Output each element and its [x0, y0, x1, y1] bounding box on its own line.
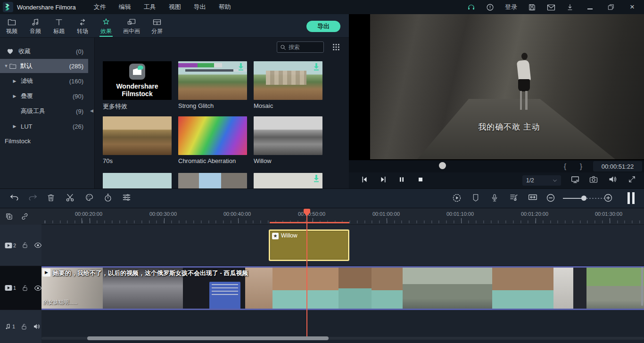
- card-effect-partial[interactable]: [178, 173, 247, 188]
- monitor-display-icon[interactable]: [570, 175, 580, 184]
- menu-edit[interactable]: 编辑: [119, 3, 131, 11]
- chevron-down-icon: [553, 179, 557, 182]
- eye-icon[interactable]: [34, 242, 42, 248]
- ruler-label: 00:01:00:00: [363, 211, 409, 217]
- tab-audio[interactable]: 音频: [24, 14, 47, 38]
- sidebar-item-default[interactable]: ▼ 默认 (285): [0, 59, 88, 73]
- card-effect-willow[interactable]: Willow: [254, 116, 322, 164]
- tab-video[interactable]: 视频: [0, 14, 24, 38]
- eye-icon[interactable]: [34, 285, 42, 291]
- card-effect-chromatic-aberration[interactable]: Chromatic Aberration: [178, 116, 247, 164]
- menu-file[interactable]: 文件: [94, 3, 106, 11]
- app-title: Wondershare Filmora: [17, 4, 76, 11]
- download-icon[interactable]: [566, 3, 574, 11]
- mail-icon[interactable]: [547, 4, 555, 11]
- render-preview-icon[interactable]: [452, 193, 462, 203]
- download-badge-icon: [313, 175, 320, 183]
- mark-out-icon[interactable]: }: [580, 162, 582, 170]
- video-clip[interactable]: ▶ 她要的，我给不了，以后的视频，这个俄罗斯女孩不会出现了 - 西瓜视频 的女孩…: [41, 266, 644, 310]
- trash-icon[interactable]: [47, 193, 55, 202]
- minimize-button[interactable]: [585, 4, 595, 11]
- card-effect-strong-glitch[interactable]: Strong Glitch: [178, 61, 247, 109]
- search-input[interactable]: [289, 44, 317, 50]
- horizontal-scrollbar-thumb[interactable]: [87, 336, 329, 340]
- menu-tools[interactable]: 工具: [144, 3, 156, 11]
- microphone-icon[interactable]: [491, 193, 498, 203]
- scissors-icon[interactable]: [66, 193, 74, 202]
- next-frame-button[interactable]: [379, 175, 388, 184]
- effect-clip-willow[interactable]: ★ Willow: [269, 229, 349, 261]
- tab-titles[interactable]: 标题: [47, 14, 71, 38]
- progress-handle[interactable]: [439, 162, 446, 169]
- stop-button[interactable]: [417, 175, 424, 184]
- panel-collapse-handle[interactable]: ◀: [90, 108, 93, 113]
- menu-export[interactable]: 导出: [194, 3, 206, 11]
- maximize-button[interactable]: [606, 4, 616, 10]
- tab-transitions[interactable]: 转场: [71, 14, 94, 38]
- snapshot-camera-icon[interactable]: [589, 175, 598, 183]
- sidebar-item-overlays[interactable]: ▶ 叠覆 (90): [0, 89, 88, 103]
- headset-support-icon[interactable]: [467, 3, 475, 11]
- sidebar-item-lut[interactable]: ▶ LUT (26): [0, 119, 88, 133]
- adjust-sliders-icon[interactable]: [122, 193, 131, 202]
- video-clip-caption: 的女孩聪明......: [43, 299, 77, 306]
- speaker-volume-icon[interactable]: [608, 175, 617, 183]
- search-box[interactable]: [277, 41, 324, 53]
- tab-pip[interactable]: 画中画: [118, 14, 145, 38]
- redo-icon[interactable]: [28, 193, 38, 202]
- card-effect-70s[interactable]: 70s: [103, 116, 172, 164]
- close-button[interactable]: ×: [627, 2, 637, 12]
- chevron-down-icon: ▼: [3, 64, 9, 68]
- speaker-icon[interactable]: [33, 323, 41, 330]
- timecode-display: 00:00:51:22: [593, 161, 642, 172]
- save-icon[interactable]: [528, 3, 536, 11]
- view-grid-icon[interactable]: [332, 43, 340, 51]
- previous-frame-button[interactable]: [360, 175, 369, 184]
- fullscreen-icon[interactable]: [628, 175, 636, 183]
- card-effect-partial[interactable]: [103, 173, 172, 188]
- tab-split-screen[interactable]: 分屏: [145, 14, 169, 38]
- undo-icon[interactable]: [9, 193, 19, 202]
- panel-resize-handle[interactable]: [627, 192, 635, 204]
- marked-clip-range: [270, 222, 349, 223]
- zoom-slider-handle[interactable]: [581, 196, 586, 201]
- mark-in-icon[interactable]: {: [564, 162, 566, 170]
- login-button[interactable]: 登录: [505, 3, 517, 11]
- filmstock-link[interactable]: Filmstock: [5, 138, 31, 145]
- duplicate-icon[interactable]: [5, 212, 13, 220]
- zoom-in-icon[interactable]: [603, 193, 613, 203]
- sidebar-item-favorites[interactable]: 收藏 (0): [0, 44, 88, 58]
- card-effect-mosaic[interactable]: Mosaic: [254, 61, 322, 109]
- export-button[interactable]: 导出: [306, 21, 340, 32]
- pause-button[interactable]: [398, 175, 405, 184]
- zoom-out-icon[interactable]: [546, 193, 555, 203]
- speed-timer-icon[interactable]: [104, 193, 112, 202]
- sidebar-item-advanced-tools[interactable]: 高级工具 (9): [0, 104, 88, 118]
- folder-icon: [8, 18, 16, 26]
- card-effect-partial[interactable]: [254, 173, 322, 188]
- folder-icon: [9, 63, 17, 69]
- lock-icon[interactable]: [22, 242, 28, 249]
- menu-view[interactable]: 视图: [169, 3, 181, 11]
- info-icon[interactable]: [486, 3, 494, 11]
- menu-help[interactable]: 帮助: [219, 3, 231, 11]
- tab-effects[interactable]: 效果: [94, 14, 118, 38]
- card-label: Willow: [254, 157, 322, 164]
- fit-timeline-icon[interactable]: [528, 193, 537, 201]
- color-palette-icon[interactable]: [85, 193, 94, 202]
- clip-caption-box: [209, 282, 240, 310]
- playhead-handle[interactable]: [304, 209, 310, 216]
- filmora-logo-icon: [3, 2, 13, 12]
- sidebar-item-filters[interactable]: ▶ 滤镜 (160): [0, 74, 88, 88]
- effect-thumbnail: [178, 116, 247, 155]
- audio-list-icon[interactable]: [509, 193, 519, 202]
- marker-icon[interactable]: [472, 193, 479, 202]
- vertical-scrollbar-thumb[interactable]: [641, 267, 643, 306]
- preview-scale-dropdown[interactable]: 1/2: [522, 175, 561, 186]
- lock-icon[interactable]: [21, 323, 27, 330]
- playhead-line[interactable]: [306, 209, 307, 336]
- lock-icon[interactable]: [22, 285, 28, 292]
- card-filmstock[interactable]: WondershareFilmstock 更多特效: [103, 61, 172, 111]
- zoom-slider[interactable]: [563, 198, 584, 199]
- link-icon[interactable]: [21, 212, 29, 220]
